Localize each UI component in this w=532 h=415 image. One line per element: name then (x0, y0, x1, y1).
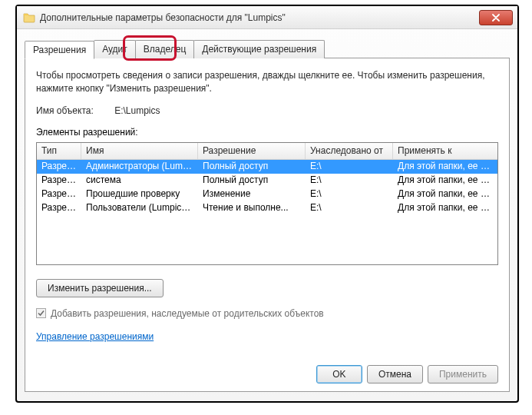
object-name-row: Имя объекта: E:\Lumpics (36, 105, 498, 116)
dialog-content: Разрешения Аудит Владелец Действующие ра… (25, 40, 510, 392)
tab-audit[interactable]: Аудит (94, 40, 136, 58)
cancel-button[interactable]: Отмена (367, 365, 423, 383)
table-row[interactable]: Разреш... система Полный доступ E:\ Для … (37, 174, 497, 188)
table-row[interactable]: Разреш... Администраторы (Lumpi... Полны… (37, 160, 497, 174)
col-inherited-from[interactable]: Унаследовано от (306, 143, 393, 159)
object-name-label: Имя объекта: (36, 105, 94, 116)
permissions-list[interactable]: Тип Имя Разрешение Унаследовано от Приме… (36, 142, 498, 265)
object-name-value: E:\Lumpics (114, 105, 160, 116)
col-permission[interactable]: Разрешение (198, 143, 306, 159)
inherit-checkbox-row: Добавить разрешения, наследуемые от роди… (36, 308, 498, 319)
tab-effective-permissions[interactable]: Действующие разрешения (193, 40, 325, 58)
col-type[interactable]: Тип (37, 143, 81, 159)
list-body: Разреш... Администраторы (Lumpi... Полны… (37, 160, 497, 215)
folder-icon (23, 12, 35, 24)
dialog-buttons: OK Отмена Применить (316, 365, 498, 383)
list-header-row: Тип Имя Разрешение Унаследовано от Приме… (37, 143, 497, 160)
tab-permissions[interactable]: Разрешения (25, 41, 94, 59)
col-name[interactable]: Имя (81, 143, 198, 159)
permissions-list-label: Элементы разрешений: (36, 127, 498, 138)
edit-permissions-button[interactable]: Изменить разрешения... (36, 279, 164, 297)
panel-description: Чтобы просмотреть сведения о записи разр… (36, 69, 498, 96)
panel-permissions: Чтобы просмотреть сведения о записи разр… (25, 58, 510, 392)
table-row[interactable]: Разреш... Пользователи (Lumpics-... Чтен… (37, 201, 497, 215)
tab-owner[interactable]: Владелец (135, 40, 195, 58)
table-row[interactable]: Разреш... Прошедшие проверку Изменение E… (37, 188, 497, 201)
manage-permissions-link[interactable]: Управление разрешениями (36, 331, 154, 342)
close-button[interactable] (479, 10, 513, 25)
window-title: Дополнительные параметры безопасности дл… (40, 12, 479, 23)
close-icon (492, 14, 500, 22)
title-bar: Дополнительные параметры безопасности дл… (17, 6, 517, 29)
check-icon (37, 309, 45, 317)
tab-strip: Разрешения Аудит Владелец Действующие ра… (25, 40, 510, 58)
dialog-window: Дополнительные параметры безопасности дл… (15, 5, 519, 403)
inherit-checkbox-label: Добавить разрешения, наследуемые от роди… (51, 308, 324, 319)
ok-button[interactable]: OK (316, 365, 362, 383)
apply-button[interactable]: Применить (428, 365, 498, 383)
col-apply-to[interactable]: Применять к (393, 143, 497, 159)
inherit-checkbox[interactable] (36, 308, 46, 318)
